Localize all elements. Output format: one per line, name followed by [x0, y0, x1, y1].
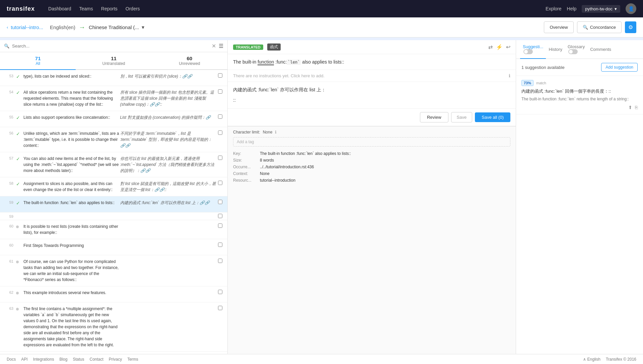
nav-teams[interactable]: Teams — [79, 6, 93, 11]
status-untranslated-icon — [16, 225, 19, 228]
nav-dashboard[interactable]: Dashboard — [48, 6, 71, 11]
search-bar: 🔍 ✕ ☰ — [0, 40, 227, 52]
project-dropdown[interactable]: python-tw-doc ▾ — [582, 5, 620, 13]
meta-key: Key: The built-in function :func:`len` a… — [233, 151, 510, 156]
review-button[interactable]: Review — [420, 112, 448, 122]
row-checkbox[interactable] — [218, 156, 222, 160]
glossary-toggle[interactable] — [568, 49, 585, 54]
user-avatar[interactable]: 👤 — [626, 3, 636, 14]
suggestion-item: 73% match 內建的函式 :func:`len` 回傳一個字串的長度：::… — [516, 76, 643, 114]
footer-integrations[interactable]: Integrations — [33, 357, 54, 362]
row-checkbox[interactable] — [218, 181, 222, 185]
add-suggestion-button[interactable]: Add suggestion — [601, 63, 638, 72]
filter-icon[interactable]: ☰ — [219, 43, 223, 49]
footer-status[interactable]: Status — [73, 357, 84, 362]
status-translated-icon: ✓ — [16, 90, 20, 95]
breadcrumb-actions: Overview 🔍 Concordance ⚙ — [544, 21, 636, 33]
copy-suggestion-button[interactable]: ⎘ — [635, 105, 638, 110]
footer-contact[interactable]: Contact — [89, 357, 103, 362]
row-checkbox[interactable] — [218, 200, 222, 204]
filter-bar — [0, 37, 643, 40]
tab-suggestions[interactable]: Suggesti... — [520, 40, 546, 59]
row-checkbox[interactable] — [218, 73, 222, 78]
concordance-button[interactable]: 🔍 Concordance — [577, 21, 622, 33]
suggestions-toggle-switch[interactable] — [523, 49, 533, 54]
string-tabs: 71 All 11 Untranslated 60 Unreviewed — [0, 52, 227, 70]
tab-comments[interactable]: Comments — [587, 43, 614, 57]
list-item[interactable]: 59 ✓ The built-in function :func:`len` a… — [0, 196, 227, 212]
clear-search-button[interactable]: ✕ — [212, 43, 216, 49]
info-icon: ℹ — [275, 130, 277, 134]
tab-glossary[interactable]: Glossary — [565, 40, 587, 59]
list-item[interactable]: 60 First Steps Towards Programming — [0, 239, 227, 255]
translation-icons: ⇄ ⚡ ↩ — [488, 44, 510, 50]
suggestions-toggle[interactable] — [523, 49, 543, 54]
footer-blog[interactable]: Blog — [59, 357, 67, 362]
list-item[interactable]: 57 ✓ You can also add new items at the e… — [0, 152, 227, 177]
search-input[interactable] — [12, 43, 209, 49]
list-item[interactable]: 56 ✓ Unlike strings, which are :term:`im… — [0, 127, 227, 152]
list-item[interactable]: 54 ✓ All slice operations return a new l… — [0, 86, 227, 111]
tab-history[interactable]: History — [546, 43, 565, 57]
suggestions-panel: Suggesti... History Glossary Comments 1 … — [516, 40, 643, 354]
save-all-button[interactable]: Save all (0) — [475, 112, 510, 122]
action-buttons: Review Save Save all (0) — [228, 109, 516, 126]
help-link[interactable]: Help — [567, 6, 577, 11]
breadcrumb-back[interactable]: ‹ — [7, 25, 8, 30]
left-panel: 🔍 ✕ ☰ 71 All 11 Untranslated 60 Unreview… — [0, 40, 228, 354]
row-checkbox[interactable] — [218, 243, 222, 247]
tab-unreviewed[interactable]: 60 Unreviewed — [152, 52, 227, 70]
list-item[interactable]: 55 ✓ Lists also support operations like … — [0, 111, 227, 127]
footer-docs[interactable]: Docs — [7, 357, 16, 362]
main-layout: 🔍 ✕ ☰ 71 All 11 Untranslated 60 Unreview… — [0, 40, 643, 354]
overview-button[interactable]: Overview — [544, 21, 573, 33]
match-info: 73% match — [521, 80, 638, 86]
translation-panel: TRANSLATED 函式 ⇄ ⚡ ↩ The built-in functio… — [228, 40, 516, 354]
row-checkbox[interactable] — [218, 214, 222, 218]
use-suggestion-button[interactable]: ⬆ — [628, 105, 632, 110]
explore-link[interactable]: Explore — [546, 6, 561, 11]
row-checkbox[interactable] — [218, 259, 222, 263]
tag-input[interactable]: Add a tag — [233, 137, 510, 147]
footer-links: Docs API Integrations Blog Status Contac… — [7, 357, 138, 362]
breadcrumb-arrow: → — [79, 23, 85, 31]
target-text[interactable]: 內建的函式 :func:`len` 亦可以作用在 list 上： :: — [228, 82, 516, 109]
glossary-toggle-switch[interactable] — [568, 49, 578, 54]
row-checkbox[interactable] — [218, 306, 222, 310]
undo-button[interactable]: ↩ — [506, 44, 510, 50]
tab-untranslated[interactable]: 11 Untranslated — [76, 52, 151, 70]
footer-privacy[interactable]: Privacy — [109, 357, 122, 362]
list-item[interactable]: 61 Of course, we can use Python for more… — [0, 255, 227, 286]
breadcrumb-target-lang: Chinese Traditional (... — [89, 24, 139, 30]
nav-reports[interactable]: Reports — [101, 6, 118, 11]
copy-source-button[interactable]: ⇄ — [488, 44, 493, 50]
save-button[interactable]: Save — [451, 112, 473, 122]
breadcrumb-project[interactable]: tutorial--intro... — [11, 24, 43, 30]
list-item[interactable]: 60 It is possible to nest lists (create … — [0, 220, 227, 239]
instructions-area[interactable]: There are no instructions yet. Click her… — [228, 70, 516, 82]
translated-badge: TRANSLATED — [233, 44, 263, 50]
row-checkbox[interactable] — [218, 290, 222, 294]
settings-button[interactable]: ⚙ — [625, 21, 636, 33]
breadcrumb-lang-dropdown[interactable]: ▾ — [142, 24, 144, 30]
row-checkbox[interactable] — [218, 130, 222, 135]
func-badge: 函式 — [267, 43, 281, 51]
row-checkbox[interactable] — [218, 223, 222, 228]
status-translated-icon: ✓ — [16, 200, 20, 206]
list-item[interactable]: 53 ✓ type), lists can be indexed and sli… — [0, 70, 227, 86]
row-checkbox[interactable] — [218, 89, 222, 94]
info-icon: ℹ — [509, 73, 510, 78]
list-item[interactable]: 63 The first line contains a *multiple a… — [0, 302, 227, 352]
row-checkbox[interactable] — [218, 114, 222, 119]
list-item[interactable]: 59 — [0, 212, 227, 220]
list-item[interactable]: 58 ✓ Assignment to slices is also possib… — [0, 177, 227, 196]
footer-api[interactable]: API — [21, 357, 27, 362]
logo[interactable]: transifex — [7, 5, 35, 12]
footer-terms[interactable]: Terms — [127, 357, 138, 362]
meta-size: Size: 8 words — [233, 158, 510, 163]
list-item[interactable]: 62 This example introduces several new f… — [0, 286, 227, 302]
tab-all[interactable]: 71 All — [0, 52, 76, 70]
flash-button[interactable]: ⚡ — [496, 44, 503, 50]
meta-section: Character limit: None ℹ Add a tag Key: T… — [228, 126, 516, 188]
nav-orders[interactable]: Orders — [126, 6, 140, 11]
